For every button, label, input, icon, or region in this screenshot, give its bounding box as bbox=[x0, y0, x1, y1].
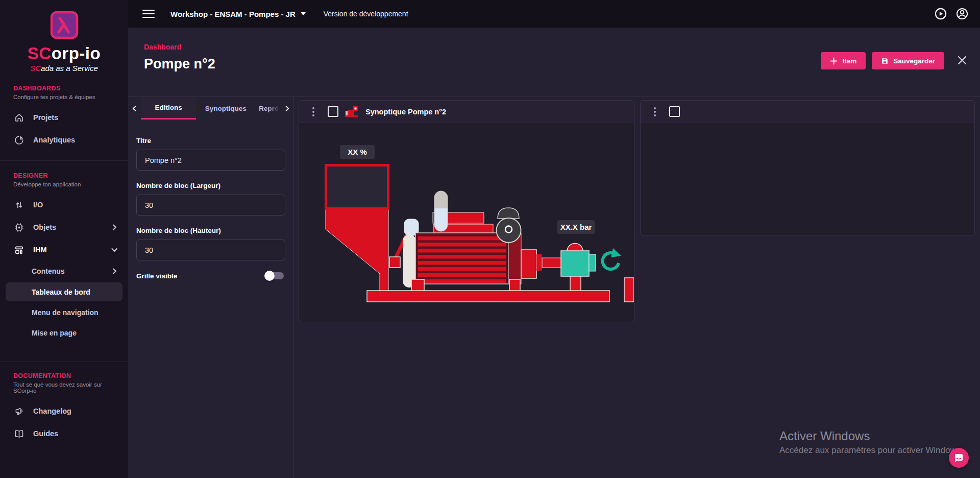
sidebar-item-label: Contenus bbox=[32, 267, 65, 275]
widget-menu-icon[interactable] bbox=[652, 105, 658, 118]
pressure-badge: XX.X bar bbox=[560, 223, 592, 231]
bloc-largeur-input[interactable]: 30 bbox=[136, 195, 285, 216]
sidebar-divider bbox=[0, 160, 128, 161]
level-badge: XX % bbox=[348, 148, 367, 156]
main-area: Workshop - ENSAM - Pompes - JR Version d… bbox=[128, 0, 980, 478]
sidebar-item-label: Changelog bbox=[33, 407, 71, 415]
chat-fab-button[interactable] bbox=[949, 448, 969, 468]
section-label: DESIGNER bbox=[13, 172, 115, 179]
sidebar-subitem-tableaux-de-bord[interactable]: Tableaux de bord bbox=[6, 282, 122, 301]
sidebar-item-label: Menu de navigation bbox=[32, 308, 99, 317]
section-description: Configure tes projets & équipes bbox=[13, 94, 115, 100]
sidebar-item-label: Mise en page bbox=[32, 329, 77, 337]
chevron-right-icon bbox=[111, 268, 118, 275]
toggle-knob bbox=[264, 271, 275, 281]
sidebar-subitem-menu-de-navigation[interactable]: Menu de navigation bbox=[0, 302, 128, 323]
widget-card-synoptique: Synoptique Pompe n°2 bbox=[299, 100, 634, 322]
logo-subtitle: SCada as a Service bbox=[0, 64, 128, 73]
sidebar-item-objets[interactable]: Objets bbox=[0, 216, 128, 238]
sidebar-subitem-mise-en-page[interactable]: Mise en page bbox=[0, 323, 128, 343]
section-description: Tout se que vous devez savoir sur SCorp-… bbox=[13, 381, 115, 394]
widget-title: Synoptique Pompe n°2 bbox=[365, 108, 446, 116]
layout-icon bbox=[14, 245, 24, 255]
watermark-subtitle: Accédez aux paramètres pour activer Wind… bbox=[779, 445, 963, 456]
save-button[interactable]: Sauvegarder bbox=[872, 52, 944, 69]
plus-icon bbox=[830, 57, 838, 65]
tab-representations[interactable]: Représ bbox=[256, 97, 281, 119]
widget-menu-icon[interactable] bbox=[310, 105, 316, 118]
sidebar-item-changelog[interactable]: Changelog bbox=[0, 400, 128, 422]
workspace-name: Workshop - ENSAM - Pompes - JR bbox=[170, 10, 296, 18]
breadcrumb[interactable]: Dashboard bbox=[144, 43, 215, 51]
app-screen: SCorp-io SCada as a Service DASHBOARDS C… bbox=[0, 0, 980, 478]
grille-visible-toggle[interactable] bbox=[266, 272, 284, 279]
sidebar-item-label: Analytiques bbox=[33, 136, 75, 144]
caret-down-icon bbox=[301, 12, 306, 15]
workspace-selector[interactable]: Workshop - ENSAM - Pompes - JR bbox=[170, 10, 306, 18]
tabs-scroll-right[interactable] bbox=[281, 97, 293, 119]
sidebar: SCorp-io SCada as a Service DASHBOARDS C… bbox=[0, 0, 128, 478]
sidebar-item-ihm[interactable]: IHM bbox=[0, 238, 128, 261]
chip-icon bbox=[14, 222, 24, 233]
tab-editions[interactable]: Editions bbox=[141, 97, 195, 119]
pump-icon bbox=[345, 106, 359, 118]
section-documentation: DOCUMENTATION Tout se que vous devez sav… bbox=[0, 372, 128, 394]
titre-input[interactable]: Pompe n°2 bbox=[136, 150, 285, 171]
page-title: Pompe n°2 bbox=[144, 56, 215, 72]
close-icon bbox=[957, 55, 967, 65]
section-dashboards: DASHBOARDS Configure tes projets & équip… bbox=[0, 85, 128, 100]
chevron-right-icon bbox=[284, 105, 290, 112]
tab-synoptiques[interactable]: Synoptiques bbox=[196, 97, 256, 119]
tabs-row: Editions Synoptiques Représ bbox=[128, 97, 293, 119]
logo-title: SCorp-io bbox=[0, 44, 128, 63]
grille-visible-label: Grille visible bbox=[136, 272, 177, 280]
megaphone-icon bbox=[14, 406, 24, 417]
section-designer: DESIGNER Développe ton application bbox=[0, 172, 128, 187]
sidebar-item-io[interactable]: I/O bbox=[0, 194, 128, 216]
sidebar-item-label: Objets bbox=[33, 223, 56, 231]
pie-chart-icon bbox=[14, 135, 24, 146]
config-panel: Editions Synoptiques Représ Titre Pompe … bbox=[128, 97, 294, 478]
account-circle-icon bbox=[955, 7, 969, 20]
windows-activation-watermark: Activer Windows Accédez aux paramètres p… bbox=[779, 429, 963, 456]
arrows-updown-icon bbox=[14, 200, 24, 210]
widget-checkbox[interactable] bbox=[328, 106, 338, 117]
chevron-down-icon bbox=[111, 246, 118, 253]
watermark-title: Activer Windows bbox=[779, 429, 963, 443]
chat-bubble-icon bbox=[954, 453, 964, 463]
close-button[interactable] bbox=[957, 55, 968, 66]
bloc-largeur-label: Nombre de bloc (Largeur) bbox=[136, 182, 285, 189]
book-icon bbox=[14, 428, 24, 439]
content-area: Editions Synoptiques Représ Titre Pompe … bbox=[128, 97, 980, 478]
scorpio-logo-icon bbox=[50, 11, 79, 39]
sidebar-item-projets[interactable]: Projets bbox=[0, 106, 128, 129]
sidebar-item-label: Guides bbox=[33, 429, 58, 438]
account-button[interactable] bbox=[955, 7, 969, 20]
widget-checkbox[interactable] bbox=[669, 106, 680, 117]
home-icon bbox=[14, 112, 24, 123]
section-label: DOCUMENTATION bbox=[13, 372, 115, 379]
sidebar-divider bbox=[0, 362, 128, 362]
sidebar-item-guides[interactable]: Guides bbox=[0, 422, 128, 445]
widget-card-header bbox=[641, 101, 974, 123]
play-button[interactable] bbox=[934, 7, 947, 20]
sidebar-item-analytiques[interactable]: Analytiques bbox=[0, 129, 128, 151]
logo[interactable]: SCorp-io SCada as a Service bbox=[0, 0, 128, 73]
sidebar-item-label: I/O bbox=[33, 201, 43, 209]
widget-card-empty bbox=[640, 100, 975, 235]
widget-card-body: XX % XX.X bar bbox=[299, 123, 634, 321]
hamburger-menu-icon[interactable] bbox=[142, 7, 155, 20]
play-circle-icon bbox=[934, 7, 947, 20]
sidebar-item-label: Projets bbox=[33, 113, 58, 122]
titre-label: Titre bbox=[136, 137, 285, 145]
widget-card-header: Synoptique Pompe n°2 bbox=[299, 101, 634, 123]
tabs-scroll-left[interactable] bbox=[128, 97, 141, 119]
page-header: Dashboard Pompe n°2 Item Sauvegarder bbox=[128, 28, 980, 97]
section-label: DASHBOARDS bbox=[13, 85, 115, 92]
sidebar-subitem-contenus[interactable]: Contenus bbox=[0, 261, 128, 281]
add-item-button[interactable]: Item bbox=[821, 52, 866, 69]
synoptic-diagram[interactable]: XX % XX.X bar bbox=[299, 123, 634, 321]
chevron-left-icon bbox=[131, 105, 138, 112]
bloc-hauteur-input[interactable]: 30 bbox=[136, 240, 285, 260]
sidebar-item-label: IHM bbox=[33, 246, 47, 254]
